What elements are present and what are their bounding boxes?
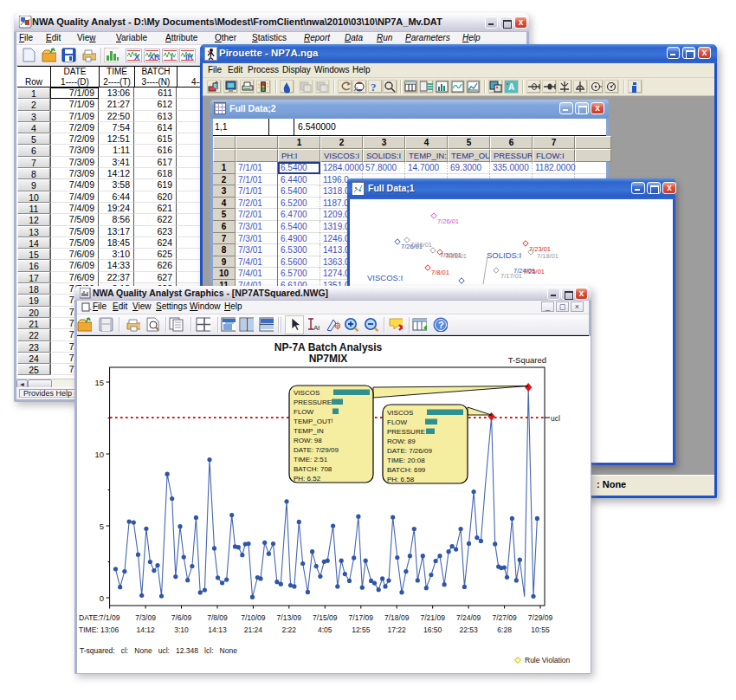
svg-text:7/8/09: 7/8/09 — [207, 613, 228, 622]
svg-text:6:28: 6:28 — [497, 625, 512, 634]
svg-text:7/24/09: 7/24/09 — [456, 613, 481, 622]
svg-text:PRESSURE: PRESSURE — [387, 428, 425, 436]
svg-text:13:06: 13:06 — [100, 625, 119, 634]
svg-text:DATE: 7/29/09: DATE: 7/29/09 — [294, 446, 339, 454]
svg-text:7/18/09: 7/18/09 — [384, 613, 410, 622]
svg-text:7/3/09: 7/3/09 — [135, 613, 156, 622]
svg-text:BATCH: 708: BATCH: 708 — [294, 465, 332, 473]
svg-text:NP-7A Batch Analysis: NP-7A Batch Analysis — [274, 341, 383, 353]
svg-text:FLOW: FLOW — [387, 418, 408, 426]
svg-text:A: A — [508, 82, 514, 92]
svg-text:2:22: 2:22 — [282, 625, 297, 634]
svg-text:7/6/09: 7/6/09 — [171, 613, 192, 622]
svg-text:?: ? — [438, 320, 444, 330]
svg-text:14:13: 14:13 — [208, 625, 227, 634]
svg-text:10: 10 — [94, 450, 104, 459]
svg-text:7/21/09: 7/21/09 — [421, 613, 446, 622]
svg-text:ROW: 89: ROW: 89 — [387, 438, 416, 445]
svg-text:T-squared: cl: None ucl:: T-squared: cl: None ucl: 12.348 lcl: Non… — [80, 646, 237, 655]
svg-text:TEMP_OUT: TEMP_OUT — [294, 418, 332, 425]
svg-text:10:55: 10:55 — [531, 625, 550, 634]
svg-text:17:22: 17:22 — [388, 625, 407, 634]
svg-text:14:12: 14:12 — [136, 625, 155, 634]
svg-text:7/26/01: 7/26/01 — [437, 217, 459, 225]
svg-text:VISCOS:I: VISCOS:I — [367, 273, 403, 282]
svg-text:7/27/09: 7/27/09 — [492, 613, 517, 622]
svg-text:DATE: 7/26/09: DATE: 7/26/09 — [387, 447, 432, 455]
svg-text:15: 15 — [94, 378, 104, 387]
svg-text:5: 5 — [100, 522, 104, 531]
svg-text:TIME:: TIME: — [79, 625, 99, 634]
svg-text:T-Squared: T-Squared — [508, 355, 546, 365]
svg-text:Rule Violation: Rule Violation — [525, 656, 571, 664]
svg-text:21:24: 21:24 — [244, 625, 263, 634]
svg-text:SOLIDS:I: SOLIDS:I — [487, 250, 521, 260]
svg-text:TEMP_IN: TEMP_IN — [294, 427, 324, 435]
svg-text:7/26/01: 7/26/01 — [410, 241, 432, 249]
svg-text:PH: 6.52: PH: 6.52 — [294, 475, 321, 483]
svg-text:ROW: 98: ROW: 98 — [294, 437, 322, 444]
svg-text:PRESSURE: PRESSURE — [294, 399, 332, 406]
svg-text:7/1/09: 7/1/09 — [100, 613, 120, 622]
svg-text:7/8/01: 7/8/01 — [431, 269, 449, 276]
svg-text:FLOW: FLOW — [294, 408, 314, 416]
svg-text:7/31/01: 7/31/01 — [445, 252, 467, 260]
svg-text:7/17/09: 7/17/09 — [349, 613, 374, 622]
svg-text:3:10: 3:10 — [174, 625, 189, 634]
svg-text:NP7MIX: NP7MIX — [309, 353, 348, 365]
svg-text:TIME: 2:51: TIME: 2:51 — [294, 456, 328, 463]
svg-text:BATCH: 699: BATCH: 699 — [387, 466, 426, 474]
svg-text:7/29/09: 7/29/09 — [528, 613, 553, 622]
svg-text:PH: 6.58: PH: 6.58 — [387, 476, 415, 483]
svg-text:7/10/09: 7/10/09 — [241, 613, 266, 622]
svg-text:7/25/01: 7/25/01 — [523, 268, 545, 275]
svg-text:7/13/09: 7/13/09 — [277, 613, 302, 622]
svg-text:?: ? — [371, 81, 377, 94]
svg-text:VISCOS: VISCOS — [387, 409, 413, 417]
svg-text:VISCOS: VISCOS — [294, 389, 320, 397]
svg-text:ucl: ucl — [551, 414, 560, 423]
svg-text:TIME: 20:08: TIME: 20:08 — [387, 457, 425, 464]
svg-text:22:53: 22:53 — [459, 625, 478, 634]
svg-text:7/15/09: 7/15/09 — [313, 613, 338, 622]
svg-text:Abc: Abc — [313, 324, 320, 332]
svg-text:0: 0 — [100, 593, 104, 603]
svg-text:7/18/01: 7/18/01 — [537, 252, 558, 260]
svg-text:4:05: 4:05 — [318, 625, 332, 634]
svg-text:DATE:: DATE: — [79, 613, 100, 622]
svg-text:16:50: 16:50 — [423, 625, 442, 634]
svg-text:12:55: 12:55 — [352, 625, 371, 634]
